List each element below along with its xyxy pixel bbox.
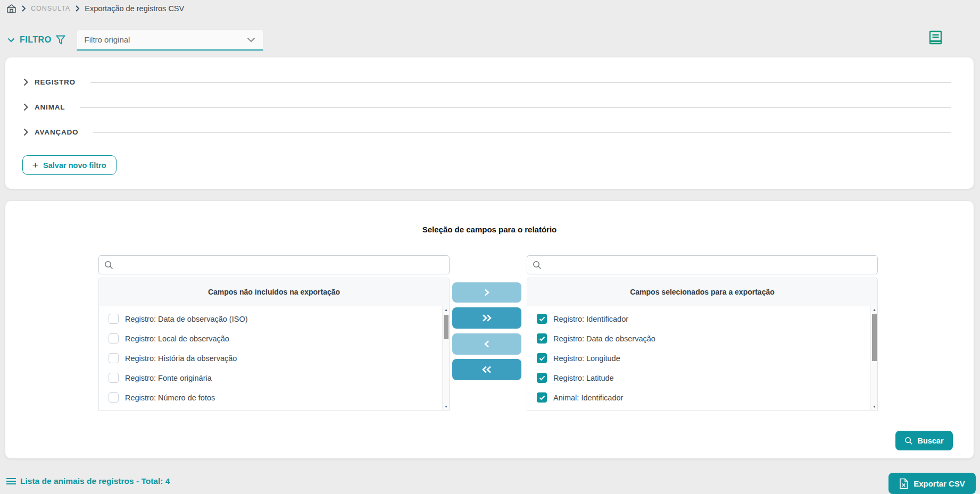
checkbox-unchecked[interactable]	[109, 314, 119, 324]
scroll-up-arrow[interactable]: ▲	[443, 306, 450, 313]
list-item[interactable]: Registro: Latitude	[537, 368, 877, 388]
checkbox-checked[interactable]	[537, 333, 547, 344]
list-item-label: Registro: Local de observação	[125, 334, 229, 343]
divider	[80, 107, 951, 107]
list-item-label: Animal: Identificador	[553, 393, 623, 402]
scrollbar-thumb[interactable]	[872, 314, 877, 361]
filter-card: REGISTRO ANIMAL AVANÇADO + Salvar novo f…	[5, 57, 974, 189]
divider	[90, 82, 951, 82]
breadcrumb: CONSULTA Exportação de registros CSV	[6, 4, 184, 13]
list-item[interactable]: Registro: Número de fotos	[109, 388, 449, 407]
available-search-input[interactable]	[118, 261, 444, 269]
field-selection-card: Seleção de campos para o relatório Campo…	[5, 201, 974, 458]
field-selection-title: Seleção de campos para o relatório	[5, 225, 974, 234]
list-item[interactable]: Registro: Fonte originária	[109, 368, 449, 388]
checkbox-checked[interactable]	[537, 373, 547, 383]
scrollbar[interactable]: ▲ ▼	[870, 306, 877, 410]
home-icon[interactable]	[6, 4, 16, 13]
chevron-right-icon	[23, 78, 28, 86]
list-item[interactable]: Registro: História da observação	[109, 348, 449, 368]
funnel-icon	[56, 35, 65, 45]
list-item-label: Registro: Fonte originária	[125, 374, 212, 382]
list-item-label: Registro: Data de observação	[553, 334, 655, 343]
filter-select[interactable]: Filtro original	[77, 29, 263, 51]
list-item[interactable]: Registro: Data de observação	[537, 329, 877, 348]
move-left-button[interactable]	[452, 333, 521, 355]
list-item-label: Registro: Latitude	[553, 374, 614, 382]
available-panel: Registro: Data de observação (ISO) Regis…	[98, 306, 450, 411]
filter-select-value: Filtro original	[85, 35, 247, 44]
checkbox-checked[interactable]	[537, 314, 547, 324]
selected-search[interactable]	[527, 255, 878, 274]
scrollbar[interactable]: ▲ ▼	[442, 306, 449, 410]
search-button[interactable]: Buscar	[895, 431, 953, 450]
search-icon	[904, 437, 913, 445]
checkbox-checked[interactable]	[537, 353, 547, 363]
list-item-label: Registro: Identificador	[553, 315, 628, 323]
checkbox-unchecked[interactable]	[109, 353, 119, 363]
move-all-left-button[interactable]	[452, 359, 521, 380]
available-search[interactable]	[98, 255, 450, 274]
list-item[interactable]: Registro: Longitude	[537, 348, 877, 368]
page-title: Exportação de registros CSV	[85, 4, 184, 13]
selected-search-input[interactable]	[546, 261, 872, 269]
breadcrumb-section[interactable]: CONSULTA	[31, 5, 70, 12]
save-filter-button[interactable]: + Salvar novo filtro	[22, 155, 117, 175]
selected-panel-header: Campos selecionados para a exportação	[527, 278, 878, 306]
results-summary: Lista de animais de registros - Total: 4	[6, 476, 170, 486]
list-icon	[6, 478, 16, 485]
chevron-down-icon	[247, 37, 255, 43]
list-item[interactable]: Registro: Identificador	[537, 309, 877, 329]
move-right-button[interactable]	[452, 282, 521, 303]
accordion-registro[interactable]: REGISTRO	[23, 73, 951, 90]
chevron-right-icon	[23, 128, 28, 136]
accordion-label: ANIMAL	[35, 103, 65, 111]
chevron-down-icon[interactable]	[7, 38, 15, 43]
list-item-label: Registro: Número de fotos	[125, 393, 215, 402]
accordion-animal[interactable]: ANIMAL	[23, 98, 951, 115]
divider	[93, 132, 951, 132]
accordion-label: AVANÇADO	[35, 128, 78, 136]
checkbox-unchecked[interactable]	[109, 373, 119, 383]
plus-icon: +	[32, 160, 38, 170]
list-item[interactable]: Registro: Local de observação	[109, 329, 449, 348]
scroll-up-arrow[interactable]: ▲	[871, 306, 878, 313]
filter-header: FILTRO Filtro original	[7, 29, 263, 51]
report-icon[interactable]	[929, 30, 942, 45]
accordion-label: REGISTRO	[35, 78, 76, 86]
results-summary-text: Lista de animais de registros - Total: 4	[20, 476, 170, 486]
scrollbar-thumb[interactable]	[444, 315, 449, 339]
checkbox-unchecked[interactable]	[109, 333, 119, 344]
checkbox-checked[interactable]	[537, 392, 547, 403]
selected-panel: Registro: Identificador Registro: Data d…	[527, 306, 878, 411]
chevron-right-icon	[23, 103, 28, 111]
csv-file-icon	[899, 478, 908, 489]
save-filter-label: Salvar novo filtro	[43, 161, 106, 170]
move-all-right-button[interactable]	[452, 307, 521, 329]
scroll-down-arrow[interactable]: ▼	[443, 403, 450, 410]
available-panel-header: Campos não incluídos na exportação	[98, 278, 450, 306]
search-button-label: Buscar	[917, 437, 943, 445]
export-csv-button[interactable]: Exportar CSV	[888, 473, 976, 494]
chevron-right-icon	[75, 5, 80, 12]
search-icon	[104, 261, 113, 270]
accordion-avancado[interactable]: AVANÇADO	[23, 123, 951, 140]
list-item-label: Registro: Data de observação (ISO)	[125, 315, 248, 323]
filter-section-label[interactable]: FILTRO	[20, 35, 52, 45]
search-icon	[533, 261, 542, 270]
checkbox-unchecked[interactable]	[109, 392, 119, 403]
list-item-label: Registro: História da observação	[125, 354, 237, 363]
list-item[interactable]: Animal: Identificador	[537, 388, 877, 407]
chevron-right-icon	[21, 5, 26, 12]
scroll-down-arrow[interactable]: ▼	[871, 403, 878, 410]
list-item[interactable]: Registro: Data de observação (ISO)	[109, 309, 449, 329]
export-csv-label: Exportar CSV	[913, 479, 965, 488]
list-item-label: Registro: Longitude	[553, 354, 620, 363]
